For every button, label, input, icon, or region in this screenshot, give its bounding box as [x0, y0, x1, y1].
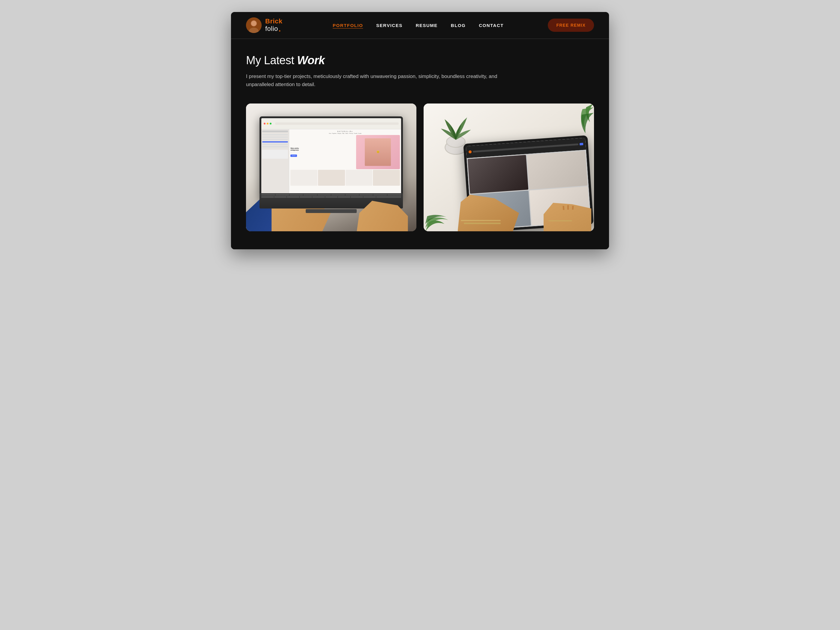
svg-point-3 — [251, 21, 256, 26]
hands-holding — [458, 191, 594, 231]
navbar: Brick folio. PORTFOLIO SERVICES RESUME B… — [231, 12, 609, 39]
section-subtitle: I present my top-tier projects, meticulo… — [246, 72, 516, 88]
portfolio-card-laptop[interactable]: NATURAL•Be HomeRegulaminKategorięSklepGa… — [246, 104, 417, 231]
screen-dot-red — [264, 123, 265, 125]
logo-dot: . — [279, 25, 281, 33]
screen-hero-image: 😊 — [356, 135, 400, 169]
screen-products-row — [289, 169, 401, 186]
portfolio-grid: NATURAL•Be HomeRegulaminKategorięSklepGa… — [246, 104, 594, 231]
portfolio-card-tablet[interactable] — [423, 104, 594, 231]
section-title: My Latest Work — [246, 54, 594, 67]
logo-avatar — [246, 17, 262, 33]
address-bar — [275, 122, 398, 125]
screen-dot-green — [270, 123, 272, 125]
tablet-scene — [423, 104, 594, 231]
laptop-scene: NATURAL•Be HomeRegulaminKategorięSklepGa… — [246, 104, 417, 231]
nav-link-portfolio[interactable]: PORTFOLIO — [333, 23, 363, 28]
browser-window: Brick folio. PORTFOLIO SERVICES RESUME B… — [231, 12, 609, 249]
logo-text: Brick folio. — [265, 18, 283, 33]
nav-link-resume[interactable]: RESUME — [416, 23, 438, 28]
screen-topbar — [261, 118, 401, 129]
screen-hero-text: Mała wielkapielęgnacja — Sprawdź — [291, 135, 355, 169]
screen-nav-items: HomeRegulaminKategorięSklepGaleriaPromoc… — [289, 133, 401, 134]
screen-hero-area: Mała wielkapielęgnacja — Sprawdź 😊 — [289, 135, 401, 169]
greenery-bl — [423, 193, 458, 232]
tablet-logo-dot — [469, 150, 472, 153]
tablet-icon — [579, 142, 583, 145]
hands-area — [246, 193, 417, 232]
laptop-body: NATURAL•Be HomeRegulaminKategorięSklepGa… — [259, 117, 403, 199]
main-content: My Latest Work I present my top-tier pro… — [231, 39, 609, 249]
nav-links: PORTFOLIO SERVICES RESUME BLOG CONTACT — [301, 23, 536, 28]
grid-cell-2 — [527, 151, 588, 189]
screen-sidebar — [261, 129, 289, 198]
laptop-screen: NATURAL•Be HomeRegulaminKategorięSklepGa… — [261, 118, 401, 198]
holding-hand-right — [543, 203, 591, 231]
logo-link[interactable]: Brick folio. — [246, 17, 283, 33]
logo-brick: Brick — [265, 18, 283, 25]
nav-link-contact[interactable]: CONTACT — [479, 23, 504, 28]
free-remix-button[interactable]: FREE REMIX — [548, 19, 594, 32]
trackpad — [306, 209, 357, 213]
greenery-bl-svg — [423, 193, 458, 232]
screen-brand-text: NATURAL•Be — [289, 129, 401, 133]
grid-cell-1 — [468, 155, 528, 194]
nav-link-blog[interactable]: BLOG — [451, 23, 466, 28]
nav-link-services[interactable]: SERVICES — [376, 23, 403, 28]
screen-dot-yellow — [267, 123, 268, 125]
screen-content: NATURAL•Be HomeRegulaminKategorięSklepGa… — [261, 129, 401, 198]
holding-hand-left — [458, 195, 519, 232]
screen-main: NATURAL•Be HomeRegulaminKategorięSklepGa… — [289, 129, 401, 198]
logo-folio: folio. — [265, 25, 283, 33]
